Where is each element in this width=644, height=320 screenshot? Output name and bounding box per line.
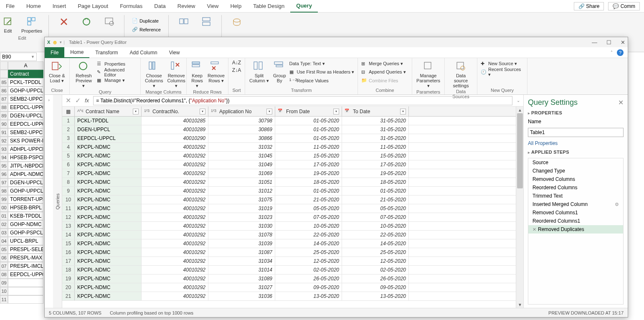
applied-step-trimmed-text[interactable]: Trimmed Text [528, 192, 623, 200]
grid-cell[interactable]: 31014 [208, 266, 275, 274]
applied-step-removed-columns1[interactable]: Removed Columns1 [528, 208, 623, 217]
pq-tab-home[interactable]: Home [64, 47, 89, 58]
grid-cell[interactable]: 07-05-2020 [275, 213, 342, 221]
grid-cell[interactable]: 40010292 [142, 143, 208, 151]
close-button[interactable]: ✕ [621, 39, 625, 46]
row-number[interactable]: 96 [0, 170, 8, 178]
grid-cell[interactable]: 31012 [208, 187, 275, 195]
grid-row[interactable]: 19KPCPL-NDMC400102923108926-05-202026-05… [62, 274, 516, 283]
grid-cell[interactable]: 31-05-2020 [342, 117, 409, 125]
split-column-button[interactable]: Split Column ▾ [248, 60, 270, 84]
pq-tab-transform[interactable]: Transform [89, 47, 124, 58]
share-button[interactable]: 🔗 Share [574, 2, 604, 10]
grid-cell[interactable]: KPCPL-NDMC [75, 169, 142, 178]
excel-tab-view[interactable]: View [201, 0, 224, 13]
row-number[interactable]: 87 [0, 95, 8, 103]
grid-cell[interactable]: KPCPL-NDMC [75, 231, 142, 239]
applied-step-reordered-columns[interactable]: Reordered Columns [528, 183, 623, 192]
grid-cell[interactable]: KPCPL-NDMC [75, 274, 142, 283]
col-header-A[interactable]: A [8, 61, 43, 70]
grid-cell[interactable]: 18-05-2020 [275, 178, 342, 186]
column-header-from-date[interactable]: 📅From Date▾ [275, 107, 342, 116]
grid-cell[interactable]: 31030 [208, 222, 275, 230]
grid-cell[interactable]: 30866 [208, 134, 275, 142]
pq-tab-file[interactable]: File [45, 47, 64, 58]
row-number[interactable]: 11 [0, 295, 8, 304]
grid-cell[interactable]: 31078 [208, 231, 275, 239]
grid-cell[interactable]: 10-05-2020 [275, 222, 342, 230]
cell[interactable]: PRESPL-IMCL [8, 262, 43, 270]
row-number[interactable]: 86 [0, 86, 8, 95]
vertical-scrollbar[interactable]: ▲ ▼ [516, 107, 523, 308]
grid-cell[interactable]: 40010292 [142, 283, 208, 292]
append-queries-button[interactable]: ⊟Append Queries ▾ [361, 68, 406, 76]
query-properties-button[interactable]: ☰Properties [97, 60, 137, 68]
grid-cell[interactable]: 21-05-2020 [275, 196, 342, 204]
grid-cell[interactable]: 40010289 [142, 125, 208, 134]
grid-row[interactable]: 18KPCPL-NDMC400102923101402-05-202002-05… [62, 266, 516, 274]
advanced-editor-button[interactable]: ✎Advanced Editor [97, 68, 137, 76]
select-all-corner[interactable] [0, 61, 8, 70]
cell[interactable]: SEMB2-UPPCL [8, 128, 43, 137]
row-number[interactable]: 07 [0, 262, 8, 270]
column-header-contract-name[interactable]: AᴮᴄContract Name▾ [75, 107, 142, 116]
grid-row[interactable]: 15KPCPL-NDMC400102923103914-05-202014-05… [62, 239, 516, 248]
grid-cell[interactable]: 30798 [208, 117, 275, 125]
scroll-down-icon[interactable]: ▼ [516, 301, 524, 308]
cell[interactable] [8, 295, 43, 304]
sort-asc-icon[interactable]: A↓Z [232, 60, 241, 66]
applied-step-inserted-merged-column[interactable]: Inserted Merged Column⚙ [528, 200, 623, 208]
excel-tab-file[interactable]: File [0, 0, 20, 13]
row-number[interactable]: 08 [0, 270, 8, 279]
choose-columns-button[interactable]: Choose Columns ▾ [144, 60, 164, 89]
formula-expand-icon[interactable]: ⌄ [517, 98, 520, 103]
grid-cell[interactable]: 40010292 [142, 178, 208, 186]
grid-cell[interactable]: 21-05-2020 [342, 196, 409, 204]
column-header-application-no[interactable]: 1²3Application No▾ [208, 107, 275, 116]
grid-cell[interactable]: KPCPL-NDMC [75, 266, 142, 274]
remove-columns-button[interactable]: Remove Columns ▾ [166, 60, 186, 89]
row-number[interactable]: 99 [0, 195, 8, 203]
row-number[interactable]: 04 [0, 237, 8, 245]
grid-cell[interactable]: 31-05-2020 [342, 134, 409, 142]
grid-row[interactable]: 13KPCPL-NDMC400102923103010-05-202010-05… [62, 222, 516, 231]
pq-tab-add-column[interactable]: Add Column [124, 47, 163, 58]
cell[interactable]: EEPDCL-UPPCL [8, 120, 43, 128]
cell[interactable]: ADHPL-NDMC [8, 170, 43, 178]
cell[interactable] [8, 279, 43, 287]
row-index[interactable]: 15 [62, 239, 75, 248]
applied-step-removed-columns[interactable]: Removed Columns [528, 175, 623, 183]
grid-cell[interactable]: 25-05-2020 [342, 248, 409, 257]
row-index[interactable]: 20 [62, 283, 75, 292]
grid-cell[interactable]: 15-05-2020 [275, 152, 342, 160]
cell[interactable]: ADHPL-UPPCL [8, 145, 43, 153]
grid-cell[interactable]: KPCPL-NDMC [75, 213, 142, 221]
excel-tab-home[interactable]: Home [20, 0, 47, 13]
row-index[interactable]: 1 [62, 117, 75, 125]
row-index[interactable]: 16 [62, 248, 75, 257]
namebox[interactable]: B90▼ [0, 53, 37, 61]
row-number[interactable]: 92 [0, 137, 8, 145]
edit-query-button[interactable]: Edit [0, 15, 15, 34]
grid-cell[interactable]: 12-05-2020 [342, 257, 409, 265]
row-index[interactable]: 11 [62, 204, 75, 213]
grid-cell[interactable]: 07-05-2020 [342, 213, 409, 221]
grid-cell[interactable]: KPCPL-NDMC [75, 178, 142, 186]
excel-tab-review[interactable]: Review [172, 0, 201, 13]
grid-cell[interactable]: 31051 [208, 178, 275, 186]
cell[interactable]: PRESPL-SELECT [8, 245, 43, 254]
grid-cell[interactable]: 31036 [208, 292, 275, 300]
grid-cell[interactable]: KPCPL-NDMC [75, 248, 142, 257]
row-number[interactable]: 09 [0, 279, 8, 287]
grid-row[interactable]: 11KPCPL-NDMC400102923101905-05-202005-05… [62, 204, 516, 213]
grid-cell[interactable]: 05-05-2020 [275, 204, 342, 213]
cell[interactable]: DGEN-UPPCL [8, 112, 43, 120]
grid-cell[interactable]: 31-05-2020 [342, 125, 409, 134]
row-index[interactable]: 4 [62, 143, 75, 151]
grid-cell[interactable]: 14-05-2020 [275, 239, 342, 248]
cell[interactable]: KSEB-TPDDL [8, 212, 43, 220]
grid-cell[interactable]: 40010292 [142, 239, 208, 248]
grid-row[interactable]: 17KPCPL-NDMC400102923103412-05-202012-05… [62, 257, 516, 266]
grid-cell[interactable]: 40010292 [142, 231, 208, 239]
cell[interactable]: PRESPL-MAX [8, 254, 43, 262]
